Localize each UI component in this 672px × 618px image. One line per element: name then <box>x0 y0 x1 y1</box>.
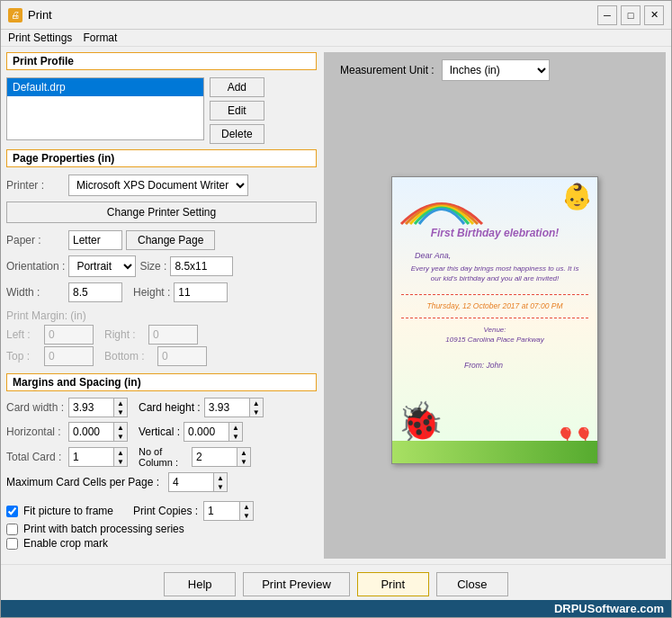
max-card-down[interactable]: ▼ <box>214 482 227 491</box>
print-margin-label: Print Margin: (in) <box>6 309 86 322</box>
change-page-button[interactable]: Change Page <box>126 230 215 250</box>
height-label: Height : <box>133 286 170 299</box>
total-card-label: Total Card : <box>6 451 65 463</box>
printer-row: Printer : Microsoft XPS Document Writer <box>6 175 317 196</box>
paper-input[interactable] <box>68 230 122 250</box>
print-profile-header: Print Profile <box>6 52 317 70</box>
card-height-input[interactable] <box>204 398 249 417</box>
no-of-column-down[interactable]: ▼ <box>237 457 250 466</box>
profile-list-item[interactable]: Default.drp <box>7 78 203 96</box>
card-width-input[interactable] <box>68 398 113 417</box>
profile-buttons: Add Edit Delete <box>210 77 264 144</box>
measurement-row: Measurement Unit : Inches (in) Centimete… <box>331 59 659 81</box>
size-input[interactable] <box>170 256 233 276</box>
card-height-spinner: ▲ ▼ <box>204 398 264 417</box>
max-card-up[interactable]: ▲ <box>214 473 227 482</box>
max-card-input[interactable] <box>168 472 213 492</box>
page-properties-section: Page Properties (in) Printer : Microsoft… <box>6 149 317 304</box>
edit-profile-button[interactable]: Edit <box>210 101 264 121</box>
top-margin-input[interactable] <box>44 346 94 366</box>
measurement-label: Measurement Unit : <box>340 64 435 76</box>
bottom-buttons: Help Print Preview Print Close <box>1 564 671 600</box>
print-copies-down[interactable]: ▼ <box>240 511 253 520</box>
print-copies-input[interactable] <box>203 501 239 521</box>
delete-profile-button[interactable]: Delete <box>210 124 264 144</box>
dashed-line-bottom <box>401 318 588 318</box>
orientation-size-row: Orientation : Portrait Landscape Size : <box>6 255 317 277</box>
profile-list[interactable]: Default.drp <box>6 77 204 140</box>
card-height-spinner-btns: ▲ ▼ <box>249 398 264 417</box>
card-width-spinner-btns: ▲ ▼ <box>113 398 128 417</box>
orientation-select[interactable]: Portrait Landscape <box>68 255 136 277</box>
print-button[interactable]: Print <box>357 572 429 596</box>
add-profile-button[interactable]: Add <box>210 77 264 97</box>
max-card-row: Maximum Card Cells per Page : ▲ ▼ <box>6 472 317 492</box>
close-button[interactable]: Close <box>436 572 508 596</box>
help-button[interactable]: Help <box>164 572 236 596</box>
right-margin-input[interactable] <box>148 325 198 345</box>
branding-text: DRPUSoftware.com <box>554 602 664 615</box>
batch-processing-checkbox[interactable] <box>6 524 18 535</box>
total-card-input[interactable] <box>68 447 113 467</box>
minimize-button[interactable]: ─ <box>597 5 617 25</box>
height-input[interactable] <box>174 282 228 302</box>
card-width-down[interactable]: ▼ <box>114 408 127 416</box>
total-card-down[interactable]: ▼ <box>114 457 127 466</box>
vertical-down[interactable]: ▼ <box>229 432 242 441</box>
venue-title: Venue: <box>410 325 579 335</box>
crop-mark-checkbox[interactable] <box>6 538 18 550</box>
card-height-down[interactable]: ▼ <box>250 408 263 416</box>
total-card-up[interactable]: ▲ <box>114 448 127 457</box>
preview-area: 👶 First Birthday elebration! Dear Ana, E… <box>331 88 659 551</box>
vertical-label: Vertical : <box>139 425 180 438</box>
vertical-spinner-btns: ▲ ▼ <box>228 422 243 442</box>
close-window-button[interactable]: ✕ <box>644 5 664 25</box>
print-profile-section: Print Profile Default.drp Add Edit Delet… <box>6 52 317 144</box>
menu-print-settings[interactable]: Print Settings <box>8 31 72 44</box>
total-column-row: Total Card : ▲ ▼ No of Column : ▲ ▼ <box>6 446 317 468</box>
margins-spacing-header: Margins and Spacing (in) <box>6 373 317 391</box>
width-input[interactable] <box>68 282 122 302</box>
window-title: Print <box>28 8 52 22</box>
horiz-vert-row: Horizontal : ▲ ▼ Vertical : ▲ ▼ <box>6 422 317 442</box>
print-copies-label: Print Copies : <box>133 505 198 517</box>
dashed-line-top <box>401 294 588 295</box>
fit-picture-checkbox[interactable] <box>6 506 18 517</box>
vertical-input[interactable] <box>184 422 228 442</box>
measurement-select[interactable]: Inches (in) Centimeters (cm) Millimeters… <box>442 59 550 81</box>
change-printer-button[interactable]: Change Printer Setting <box>6 202 317 223</box>
batch-processing-label: Print with batch processing series <box>23 523 184 535</box>
left-margin-input[interactable] <box>44 325 94 345</box>
vertical-up[interactable]: ▲ <box>229 423 242 432</box>
rainbow-svg <box>397 179 487 228</box>
card-date: Thursday, 12 October 2017 at 07:00 PM <box>410 301 579 310</box>
maximize-button[interactable]: □ <box>621 5 641 25</box>
size-label: Size : <box>139 260 166 273</box>
horizontal-up[interactable]: ▲ <box>114 423 127 432</box>
venue-address: 10915 Carolina Place Parkway <box>410 335 579 345</box>
profile-row: Default.drp Add Edit Delete <box>6 77 317 144</box>
print-preview-button[interactable]: Print Preview <box>243 572 350 596</box>
crop-mark-label: Enable crop mark <box>23 537 108 550</box>
margin-tb-row: Top : Bottom : <box>6 346 317 366</box>
card-bottom-decor <box>392 441 597 463</box>
print-margin-section: Print Margin: (in) Left : Right : Top : … <box>6 309 317 368</box>
bottom-margin-input[interactable] <box>157 346 207 366</box>
no-of-column-input[interactable] <box>192 447 237 467</box>
menu-bar: Print Settings Format <box>1 30 671 47</box>
title-controls: ─ □ ✕ <box>597 5 664 25</box>
horizontal-input[interactable] <box>68 422 113 442</box>
card-width-up[interactable]: ▲ <box>114 399 127 408</box>
page-properties-header: Page Properties (in) <box>6 149 317 167</box>
printer-select[interactable]: Microsoft XPS Document Writer <box>68 175 248 196</box>
horizontal-spinner-btns: ▲ ▼ <box>113 422 128 442</box>
no-of-column-up[interactable]: ▲ <box>237 448 250 457</box>
horizontal-down[interactable]: ▼ <box>114 432 127 441</box>
crop-mark-row: Enable crop mark <box>6 537 317 550</box>
print-copies-up[interactable]: ▲ <box>240 502 253 511</box>
right-panel: Measurement Unit : Inches (in) Centimete… <box>324 52 666 559</box>
margins-spacing-section: Margins and Spacing (in) Card width : ▲ … <box>6 373 317 494</box>
no-of-column-spinner: ▲ ▼ <box>192 447 251 467</box>
menu-format[interactable]: Format <box>83 31 117 44</box>
card-height-up[interactable]: ▲ <box>250 399 263 408</box>
